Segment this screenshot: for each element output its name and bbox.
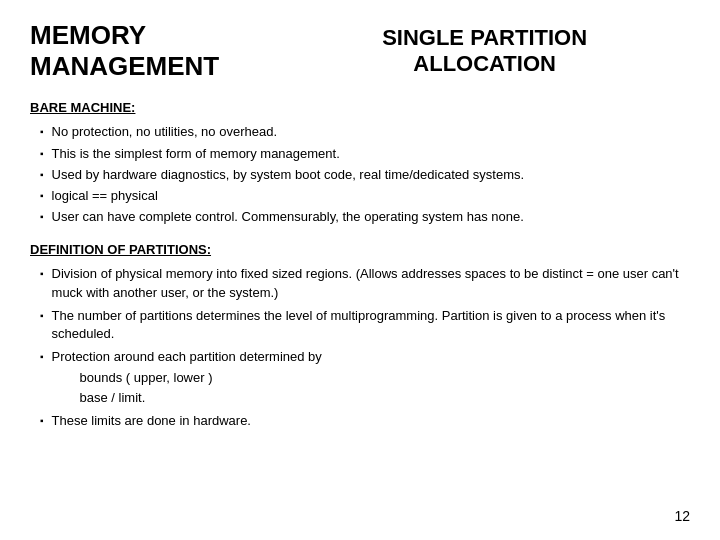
list-item: logical == physical bbox=[40, 187, 690, 205]
list-item: Protection around each partition determi… bbox=[40, 348, 690, 407]
indent-block: bounds ( upper, lower ) base / limit. bbox=[52, 368, 322, 407]
header: MEMORY MANAGEMENT SINGLE PARTITION ALLOC… bbox=[30, 20, 690, 82]
bare-machine-section: BARE MACHINE: No protection, no utilitie… bbox=[30, 100, 690, 226]
list-item: These limits are done in hardware. bbox=[40, 412, 690, 430]
bounds-text: bounds ( upper, lower ) bbox=[80, 368, 322, 388]
definition-title: DEFINITION OF PARTITIONS: bbox=[30, 242, 690, 257]
subtitle-title: SINGLE PARTITION ALLOCATION bbox=[279, 25, 690, 78]
definition-section: DEFINITION OF PARTITIONS: Division of ph… bbox=[30, 242, 690, 430]
page-number: 12 bbox=[674, 508, 690, 524]
definition-list: Division of physical memory into fixed s… bbox=[30, 265, 690, 430]
list-item: Division of physical memory into fixed s… bbox=[40, 265, 690, 301]
subtitle-line2: ALLOCATION bbox=[413, 51, 556, 76]
list-item: User can have complete control. Commensu… bbox=[40, 208, 690, 226]
protection-text: Protection around each partition determi… bbox=[52, 349, 322, 364]
subtitle-line1: SINGLE PARTITION bbox=[382, 25, 587, 50]
list-item: Used by hardware diagnostics, by system … bbox=[40, 166, 690, 184]
title-line1: MEMORY bbox=[30, 20, 146, 50]
bare-machine-list: No protection, no utilities, no overhead… bbox=[30, 123, 690, 226]
bare-machine-title: BARE MACHINE: bbox=[30, 100, 690, 115]
list-item: The number of partitions determines the … bbox=[40, 307, 690, 343]
base-text: base / limit. bbox=[80, 388, 322, 408]
title-line2: MANAGEMENT bbox=[30, 51, 219, 81]
list-item: No protection, no utilities, no overhead… bbox=[40, 123, 690, 141]
title-block: MEMORY MANAGEMENT bbox=[30, 20, 219, 82]
subtitle-block: SINGLE PARTITION ALLOCATION bbox=[279, 25, 690, 78]
page: MEMORY MANAGEMENT SINGLE PARTITION ALLOC… bbox=[0, 0, 720, 540]
main-title: MEMORY MANAGEMENT bbox=[30, 20, 219, 82]
list-item: This is the simplest form of memory mana… bbox=[40, 145, 690, 163]
